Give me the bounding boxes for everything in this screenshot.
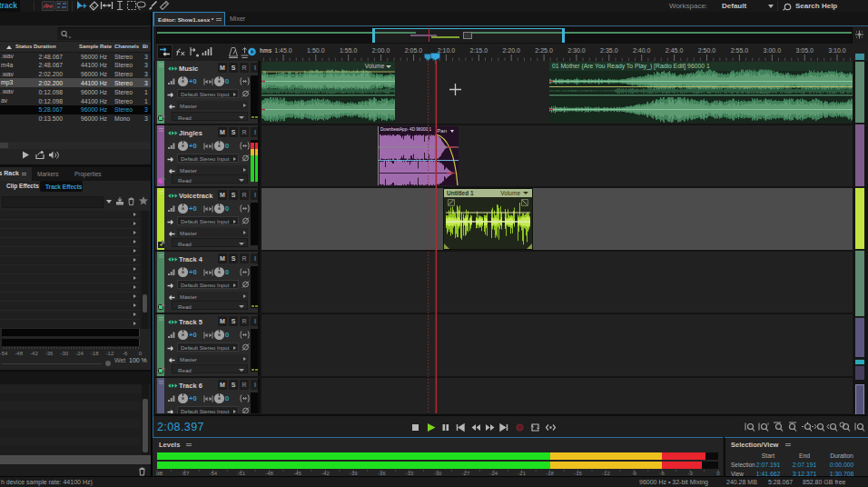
effect-slot[interactable] — [0, 247, 140, 256]
automation-expander-icon[interactable] — [162, 366, 165, 372]
files-hscrollbar-track[interactable] — [0, 142, 151, 149]
track-name[interactable]: Track 6 — [179, 382, 202, 390]
automation-expander-icon[interactable] — [162, 303, 165, 308]
input-monitor-off-icon[interactable] — [242, 280, 250, 289]
waveform-view-icon[interactable] — [42, 1, 54, 11]
track-lane[interactable] — [261, 188, 853, 250]
track-pan-value[interactable]: 0 — [225, 204, 229, 213]
knob-icon[interactable] — [213, 266, 225, 278]
track-name[interactable]: Voicetrack — [179, 192, 212, 200]
tab-markers[interactable]: Markers — [37, 171, 58, 177]
track-name[interactable]: Music — [179, 65, 198, 73]
track-monitor-button[interactable]: I — [251, 190, 260, 200]
track-input-field[interactable]: Default Stereo Input — [177, 154, 239, 163]
zoom-in-point-button[interactable] — [744, 422, 756, 433]
track-mute-button[interactable]: M — [218, 127, 227, 137]
track-arm-button[interactable]: R — [240, 316, 249, 326]
track-mute-button[interactable]: M — [218, 253, 227, 263]
track-solo-button[interactable]: S — [229, 253, 238, 263]
file-row[interactable]: 5:28.06796000 HzStereo3 — [0, 105, 151, 114]
track-automation-field[interactable]: Read — [172, 301, 248, 310]
automation-expander-icon[interactable] — [162, 240, 165, 245]
clip-jingle[interactable]: DownbeatApp- 4D 96000 1Pan — [378, 126, 459, 185]
workspace-caret-icon[interactable] — [768, 5, 774, 8]
history-row[interactable] — [0, 437, 141, 446]
tab-mixer[interactable]: Mixer — [230, 15, 245, 22]
metronome-icon[interactable] — [228, 46, 239, 59]
track-monitor-button[interactable]: I — [251, 316, 260, 326]
knob-icon[interactable] — [177, 203, 189, 214]
column-header-duration[interactable]: Duration — [34, 44, 56, 49]
track-pan-value[interactable]: 0 — [225, 331, 229, 339]
track-volume-value[interactable]: +0 — [189, 268, 197, 276]
rewind-button[interactable] — [469, 422, 481, 433]
tab-effects-rack[interactable]: Effects Rack — [0, 167, 32, 181]
history-row[interactable] — [0, 445, 141, 454]
slots-scrollbar-thumb[interactable] — [143, 294, 147, 313]
track-name[interactable]: Jingles — [179, 129, 202, 137]
column-header-bit-depth[interactable]: Bi — [143, 44, 148, 49]
input-monitor-off-icon[interactable] — [242, 89, 250, 98]
track-output-field[interactable]: Master — [177, 101, 248, 110]
clip-voice[interactable]: Untitled 1Volume — [444, 189, 532, 249]
track-monitor-button[interactable]: I — [251, 63, 260, 73]
panel-menu-icon[interactable] — [22, 173, 26, 174]
track-volume-value[interactable]: +0 — [189, 77, 197, 85]
knob-icon[interactable] — [213, 203, 225, 214]
fast-forward-button[interactable] — [484, 422, 496, 433]
files-search-input[interactable] — [57, 27, 151, 40]
clip-fade-handle[interactable] — [521, 199, 528, 206]
file-row[interactable]: .wav0:12.09896000 HzStereo1 — [0, 87, 151, 96]
track-volume-value[interactable]: +0 — [189, 142, 197, 150]
files-insert-multitrack-button[interactable] — [35, 150, 45, 160]
time-display[interactable]: 2:08.397 — [157, 421, 204, 433]
zoom-to-selection-button[interactable] — [801, 422, 814, 433]
metering-toggle-icon[interactable] — [201, 45, 212, 58]
effect-slot[interactable] — [0, 302, 140, 311]
effect-slot[interactable] — [0, 211, 140, 220]
input-monitor-off-icon[interactable] — [242, 154, 250, 163]
track-pan-value[interactable]: 0 — [225, 268, 229, 276]
prev-button[interactable] — [454, 422, 466, 433]
knob-icon[interactable] — [213, 140, 225, 152]
history-row[interactable] — [0, 428, 141, 437]
effect-slot[interactable] — [0, 283, 140, 293]
files-autoplay-button[interactable] — [47, 150, 59, 160]
fx-toggle-icon[interactable] — [174, 46, 186, 58]
track-color-strip[interactable] — [157, 378, 164, 413]
selection-end-value[interactable]: 2:07.191 — [784, 462, 824, 468]
track-mute-button[interactable]: M — [218, 190, 227, 200]
track-arm-button[interactable]: R — [240, 190, 249, 200]
file-row[interactable]: mp32:02.20044100 HzStereo3 — [0, 78, 151, 87]
track-output-field[interactable]: Master — [177, 228, 248, 237]
vertical-zoom-icon[interactable] — [854, 29, 864, 40]
routing-toggle-icon[interactable] — [188, 45, 200, 58]
wet-knob-icon[interactable] — [104, 360, 112, 367]
track-input-field[interactable]: Default Stereo Input — [177, 280, 239, 289]
track-input-field[interactable]: Default Stereo Input — [177, 216, 239, 225]
effect-slot[interactable] — [0, 256, 140, 265]
loop-playback-button[interactable] — [529, 422, 541, 433]
track-arm-button[interactable]: R — [240, 127, 249, 137]
track-automation-field[interactable]: Read — [172, 364, 248, 373]
history-row[interactable] — [0, 419, 141, 428]
track-output-field[interactable]: Master — [177, 292, 248, 301]
track-name[interactable]: Track 4 — [179, 255, 202, 263]
file-row[interactable]: 0:13.50096000 HzMono3 — [0, 114, 151, 124]
track-volume-value[interactable]: +0 — [189, 394, 197, 403]
next-button[interactable] — [498, 422, 510, 433]
knob-icon[interactable] — [177, 75, 189, 87]
overview-view-box[interactable] — [372, 28, 565, 43]
tab-properties[interactable]: Properties — [74, 171, 102, 177]
preset-field[interactable] — [2, 196, 104, 208]
history-row[interactable] — [0, 411, 141, 420]
track-output-field[interactable]: Master — [177, 354, 248, 363]
track-arm-button[interactable]: R — [240, 380, 249, 390]
input-monitor-off-icon[interactable] — [242, 406, 250, 413]
track-automation-field[interactable]: Read — [172, 238, 248, 247]
track-solo-button[interactable]: S — [229, 190, 238, 200]
track-volume-value[interactable]: +0 — [189, 204, 197, 213]
workspace-value[interactable]: Default — [722, 2, 746, 10]
zoom-in-horizontal-button[interactable] — [814, 422, 826, 433]
track-pan-value[interactable]: 0 — [225, 142, 229, 150]
